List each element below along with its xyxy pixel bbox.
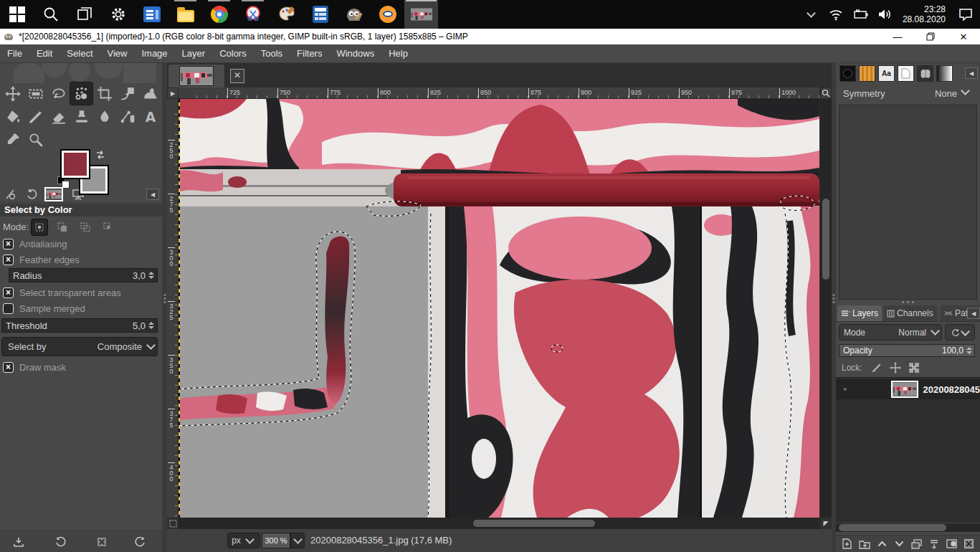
vertical-scrollbar[interactable] — [820, 99, 832, 518]
save-preset-button[interactable] — [10, 534, 27, 550]
layer-list-scrollbar[interactable] — [836, 523, 980, 532]
select-by-dropdown[interactable]: Select by Composite — [1, 337, 158, 356]
tool-select-by-color[interactable] — [70, 82, 92, 105]
restore-button[interactable] — [914, 29, 947, 44]
new-layer-group-button[interactable] — [857, 536, 872, 551]
minimize-button[interactable]: — — [881, 29, 914, 44]
image-tab-close-button[interactable]: ✕ — [230, 69, 244, 83]
duplicate-layer-button[interactable] — [909, 536, 924, 551]
mode-intersect-button[interactable] — [100, 219, 116, 235]
draw-mask-row[interactable]: Draw mask — [3, 361, 161, 373]
canvas-image[interactable] — [179, 99, 819, 518]
tab-undo-history[interactable] — [23, 186, 42, 202]
wifi-indicator[interactable] — [824, 0, 848, 29]
file-explorer-button[interactable] — [168, 0, 202, 29]
zoom-entry[interactable]: 300 % — [262, 533, 290, 548]
tab-gradients[interactable] — [936, 65, 953, 82]
tab-patterns[interactable] — [859, 65, 875, 82]
menu-select[interactable]: Select — [60, 48, 100, 59]
radius-slider[interactable]: Radius 3,0 — [9, 268, 158, 282]
left-dock-collapse-button[interactable]: ◀ — [146, 189, 159, 200]
v-ruler[interactable]: 250275300325350375400 — [167, 99, 179, 518]
calculator-button[interactable] — [303, 0, 337, 29]
lock-position-icon[interactable] — [890, 362, 901, 373]
menu-windows[interactable]: Windows — [329, 48, 381, 59]
symmetry-row[interactable]: Symmetry None — [836, 85, 980, 103]
tool-free-select[interactable] — [47, 82, 70, 105]
layer-mode-dropdown[interactable]: Mode Normal — [839, 324, 942, 341]
tab-document-history[interactable] — [898, 65, 914, 82]
antialiasing-row[interactable]: Antialiasing — [3, 238, 161, 249]
right-dock-collapse-button[interactable]: ◀ — [965, 67, 978, 79]
layer-thumbnail[interactable] — [891, 381, 918, 398]
tab-symmetry[interactable] — [917, 65, 933, 82]
menu-view[interactable]: View — [100, 48, 135, 59]
menu-edit[interactable]: Edit — [29, 48, 60, 59]
mode-replace-button[interactable] — [32, 219, 47, 235]
threshold-spinner[interactable] — [148, 322, 154, 329]
unit-dropdown[interactable]: px — [227, 533, 260, 548]
tool-zoom[interactable] — [24, 128, 47, 151]
lock-alpha-icon[interactable] — [908, 362, 920, 373]
tool-move[interactable] — [1, 82, 24, 105]
horizontal-scrollbar-thumb[interactable] — [473, 520, 595, 527]
layers-dock-collapse-button[interactable]: ◀ — [967, 308, 980, 319]
zoom-fit-button[interactable] — [820, 87, 832, 99]
add-layer-mask-button[interactable] — [944, 536, 959, 551]
menu-image[interactable]: Image — [134, 48, 174, 59]
settings-button[interactable] — [101, 0, 135, 29]
feather-edges-row[interactable]: Feather edges — [3, 254, 161, 265]
tool-warp-transform[interactable] — [139, 82, 161, 105]
tab-fonts[interactable]: Aa — [878, 65, 895, 82]
close-button[interactable]: ✕ — [947, 29, 980, 44]
tool-crop[interactable] — [93, 82, 115, 105]
layer-list-scrollbar-thumb[interactable] — [839, 524, 946, 531]
swap-colors-icon[interactable] — [95, 149, 106, 161]
raise-layer-button[interactable] — [875, 536, 890, 551]
quick-mask-toggle[interactable] — [167, 518, 179, 529]
tool-unified-transform[interactable] — [116, 82, 138, 105]
navigation-preview-button[interactable]: ◤ — [820, 518, 832, 529]
mode-subtract-button[interactable] — [77, 219, 93, 235]
dock-drag-handle[interactable] — [836, 301, 980, 304]
tool-ink[interactable] — [116, 105, 138, 128]
restore-preset-button[interactable] — [52, 534, 69, 550]
menu-layer[interactable]: Layer — [175, 48, 213, 59]
menu-tools[interactable]: Tools — [254, 48, 290, 59]
new-layer-button[interactable] — [839, 536, 855, 551]
volume-indicator[interactable] — [872, 0, 897, 29]
sample-merged-checkbox[interactable] — [3, 303, 14, 314]
action-center-button[interactable] — [951, 0, 980, 29]
left-panel-resize-handle[interactable] — [162, 63, 167, 552]
ruler-menu-button[interactable]: ▶ — [167, 87, 179, 99]
tab-layers[interactable]: Layers — [837, 305, 882, 321]
battery-indicator[interactable] — [848, 0, 872, 29]
menu-file[interactable]: File — [0, 48, 29, 59]
tool-paintbrush[interactable] — [24, 105, 47, 128]
tool-bucket-fill[interactable] — [1, 105, 24, 128]
tab-images[interactable] — [44, 186, 63, 202]
tool-eraser[interactable] — [47, 105, 70, 128]
delete-preset-button[interactable] — [93, 534, 110, 550]
tool-clone[interactable] — [70, 105, 92, 128]
gimp-button[interactable] — [337, 0, 371, 29]
tray-clock[interactable]: 23:28 28.08.2020 — [897, 4, 951, 24]
paint-app-button[interactable] — [270, 0, 303, 29]
lock-pixels-icon[interactable] — [871, 362, 883, 373]
reset-defaults-button[interactable] — [132, 534, 149, 550]
opacity-spinner[interactable] — [966, 347, 972, 354]
layer-mode-group-button[interactable] — [945, 324, 975, 341]
tab-tool-options[interactable] — [1, 186, 20, 202]
tab-brushes[interactable] — [839, 65, 856, 82]
task-view-button[interactable] — [67, 0, 101, 29]
select-transparent-row[interactable]: Select transparent areas — [3, 287, 161, 298]
lower-layer-button[interactable] — [892, 536, 907, 551]
tool-text[interactable]: A — [139, 105, 161, 128]
feather-edges-checkbox[interactable] — [3, 254, 14, 265]
tool-rectangle-select[interactable] — [24, 82, 47, 105]
mode-add-button[interactable] — [54, 219, 70, 235]
blender-button[interactable] — [371, 0, 404, 29]
image-tab[interactable] — [168, 65, 224, 87]
menu-colors[interactable]: Colors — [212, 48, 254, 59]
vertical-scrollbar-thumb[interactable] — [822, 199, 829, 280]
